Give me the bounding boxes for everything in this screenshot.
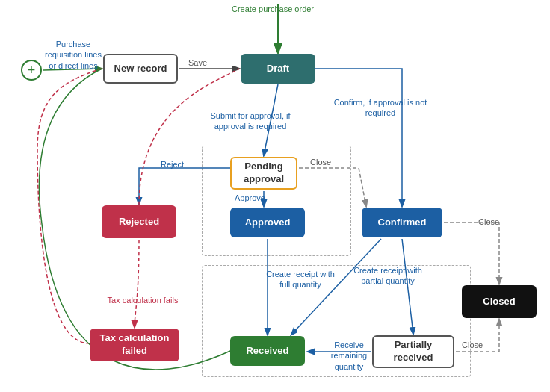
approve-label: Approve <box>235 193 265 203</box>
pending-approval-node: Pending approval <box>230 157 297 190</box>
draft-node: Draft <box>241 54 315 84</box>
new-record-node: New record <box>103 54 178 84</box>
closed-node: Closed <box>462 285 537 318</box>
close-right-label: Close <box>478 217 499 227</box>
approved-node: Approved <box>230 208 305 237</box>
submit-approval-label: Submit for approval, if approval is requ… <box>202 111 299 132</box>
reject-label: Reject <box>161 159 184 169</box>
confirmed-node: Confirmed <box>362 208 442 237</box>
workflow-diagram: + Purchase requisition lines or direct l… <box>0 0 550 392</box>
confirm-not-required-label: Confirm, if approval is not required <box>332 97 429 119</box>
create-receipt-partial-label: Create receipt with partial quantity <box>347 265 429 287</box>
partially-received-node: Partially received <box>372 335 454 368</box>
create-purchase-order-label: Create purchase order <box>224 4 321 14</box>
create-receipt-full-label: Create receipt with full quantity <box>263 269 338 290</box>
purchase-requisition-label: Purchase requisition lines or direct lin… <box>43 39 103 71</box>
tax-calculation-fails-label: Tax calculation fails <box>102 295 184 305</box>
tax-failed-node: Tax calculation failed <box>90 329 179 361</box>
plus-circle[interactable]: + <box>21 60 42 81</box>
close-pending-label: Close <box>310 157 331 167</box>
close-bottom-label: Close <box>462 340 483 350</box>
receive-remaining-label: Receive remaining quantity <box>323 340 375 372</box>
rejected-node: Rejected <box>102 205 176 238</box>
save-label: Save <box>188 57 207 68</box>
received-node: Received <box>230 336 305 366</box>
